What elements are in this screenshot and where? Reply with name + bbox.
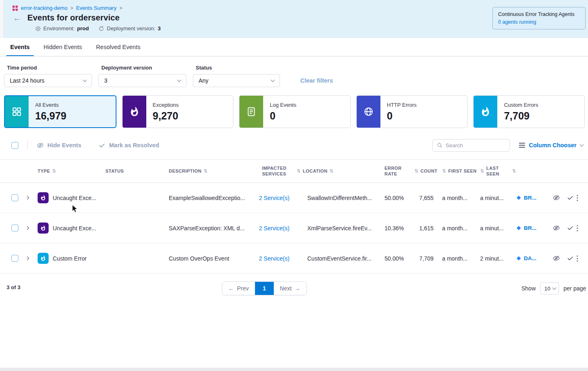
search-icon: [437, 142, 443, 148]
column-header-type[interactable]: TYPE ⇅: [38, 168, 105, 174]
row-menu-icon[interactable]: [577, 255, 578, 262]
page-size-value: 10: [544, 286, 550, 292]
sort-icon[interactable]: ⇅: [442, 168, 446, 174]
deployment-version-label: Deployment version: [101, 65, 186, 71]
time-period-value: Last 24 hours: [10, 77, 45, 84]
window-edge-left: [0, 0, 4, 38]
back-arrow-icon[interactable]: ←: [13, 13, 22, 22]
sort-icon[interactable]: ⇅: [52, 168, 56, 174]
card-log-events[interactable]: Log Events 0: [239, 95, 351, 128]
card-label: All Events: [35, 102, 66, 108]
status-select[interactable]: Any: [193, 74, 280, 87]
column-header-location[interactable]: ⇅ LOCATION ⇅: [297, 168, 385, 174]
sort-icon[interactable]: ⇅: [414, 168, 418, 174]
card-label: Custom Errors: [504, 102, 538, 108]
hide-event-icon[interactable]: [553, 255, 560, 262]
row-menu-icon[interactable]: [577, 195, 578, 201]
column-label: STATUS: [105, 168, 124, 174]
ticket-id: BR...: [524, 195, 537, 201]
ticket-link[interactable]: DA...: [516, 255, 537, 261]
last-seen-value: a minut...: [480, 195, 504, 201]
hide-event-icon[interactable]: [553, 225, 560, 232]
breadcrumb-events-summary[interactable]: Events Summary: [76, 5, 116, 11]
mark-resolved-button[interactable]: Mark as Resolved: [98, 142, 159, 149]
tab-hidden-events[interactable]: Hidden Events: [40, 38, 86, 56]
sort-icon[interactable]: ⇅: [512, 168, 516, 174]
card-label: HTTP Errors: [387, 102, 417, 108]
table-row: Uncaught Exce... SAXParseException: XML …: [0, 213, 588, 243]
column-header-count[interactable]: ⇅ COUNT: [414, 168, 442, 174]
card-custom-errors[interactable]: Custom Errors 7,709: [473, 95, 585, 128]
column-chooser-button[interactable]: Column Chooser: [519, 142, 583, 148]
row-checkbox[interactable]: [11, 225, 18, 232]
ticket-link[interactable]: BR...: [516, 225, 537, 231]
first-seen-value: a month...: [442, 255, 467, 262]
current-page-button[interactable]: 1: [255, 282, 274, 295]
column-header-first-seen[interactable]: ⇅ FIRST SEEN: [442, 168, 480, 174]
select-all-checkbox[interactable]: [11, 142, 18, 149]
time-period-select[interactable]: Last 24 hours: [4, 74, 92, 87]
card-http-errors[interactable]: HTTP Errors 0: [356, 95, 468, 128]
last-seen-value: 2 minut...: [480, 255, 504, 262]
status-value: Any: [199, 77, 208, 84]
impacted-services-link[interactable]: 2 Service(s): [259, 225, 290, 232]
tab-resolved-events[interactable]: Resolved Events: [92, 38, 145, 56]
breadcrumb-separator: >: [119, 5, 122, 11]
deployment-version-value: 3: [104, 77, 107, 84]
window-edge-bottom: [0, 368, 588, 371]
row-expand-chevron-icon[interactable]: [25, 195, 31, 200]
column-header-description[interactable]: DESCRIPTION ⇅: [169, 168, 252, 174]
status-label: Status: [196, 65, 280, 71]
column-header-last-seen[interactable]: ⇅ LAST SEEN ⇅: [480, 165, 516, 177]
hide-events-button[interactable]: Hide Events: [37, 142, 81, 149]
row-checkbox[interactable]: [11, 255, 18, 262]
check-icon: [98, 142, 105, 149]
first-seen-value: a month...: [442, 195, 467, 201]
sort-icon[interactable]: ⇅: [203, 168, 208, 174]
page-size-select[interactable]: 10: [540, 282, 559, 295]
hide-event-icon[interactable]: [553, 194, 560, 201]
next-page-button[interactable]: Next →: [274, 282, 306, 295]
error-rate-value: 50.00%: [385, 195, 404, 201]
sort-icon[interactable]: ⇅: [480, 168, 484, 174]
per-page-label: per page: [563, 285, 586, 292]
event-location: XmlParseService.fireEv...: [307, 225, 372, 232]
prev-page-button[interactable]: ← Prev: [222, 282, 255, 295]
event-type-icon: [38, 253, 49, 264]
card-all-events[interactable]: All Events 16,979: [4, 95, 116, 128]
column-header-error-rate: ERROR RATE: [385, 165, 414, 177]
card-label: Log Events: [270, 102, 296, 108]
ticket-id: DA...: [524, 255, 537, 261]
resolve-event-icon[interactable]: [567, 225, 574, 232]
impacted-services-link[interactable]: 2 Service(s): [259, 255, 290, 262]
hamburger-icon: [519, 143, 525, 148]
event-type-icon: [38, 192, 49, 203]
pagination-bar: 3 of 3 ← Prev 1 Next → Show 10 per page: [0, 281, 588, 297]
environment-meta: Environment: prod: [35, 25, 89, 31]
deployment-version-select[interactable]: 3: [98, 74, 186, 87]
impacted-services-link[interactable]: 2 Service(s): [259, 195, 290, 201]
agents-running-link[interactable]: 0 agents running: [498, 19, 580, 25]
deployment-icon: [98, 26, 104, 31]
clear-filters-button[interactable]: Clear filters: [300, 77, 333, 84]
event-location: CustomEventService.fir...: [307, 255, 371, 262]
resolve-event-icon[interactable]: [567, 194, 574, 201]
ticket-link[interactable]: BR...: [516, 195, 537, 201]
tab-events[interactable]: Events: [6, 38, 34, 56]
breadcrumb-project[interactable]: error-tracking-demo: [21, 5, 67, 11]
resolve-event-icon[interactable]: [567, 255, 574, 262]
row-menu-icon[interactable]: [577, 225, 578, 232]
card-exceptions[interactable]: Exceptions 9,270: [122, 95, 234, 128]
row-checkbox[interactable]: [11, 194, 18, 201]
event-description: ExampleSwallowedExceptio...: [169, 195, 245, 201]
filters-bar: Time period Last 24 hours Deployment ver…: [0, 56, 588, 95]
count-value: 1,615: [419, 225, 434, 232]
row-expand-chevron-icon[interactable]: [25, 256, 31, 261]
search-input[interactable]: [445, 142, 505, 148]
row-expand-chevron-icon[interactable]: [25, 225, 31, 231]
arrow-right-icon: →: [295, 285, 300, 292]
agents-status-box: Continuous Error Tracking Agents 0 agent…: [492, 7, 586, 29]
card-value: 0: [270, 110, 296, 122]
sort-icon[interactable]: ⇅: [297, 168, 301, 174]
sort-icon[interactable]: ⇅: [329, 168, 333, 174]
